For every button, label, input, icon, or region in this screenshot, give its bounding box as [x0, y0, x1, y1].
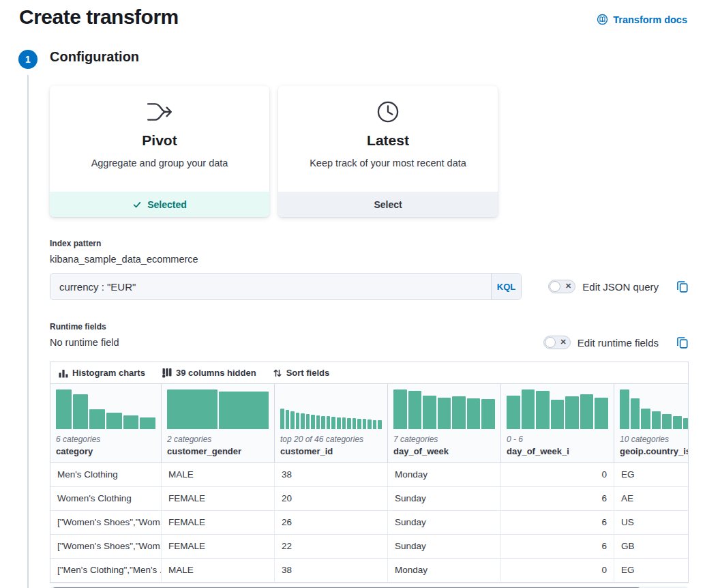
- table-cell[interactable]: 0: [501, 559, 614, 582]
- edit-json-query-label: Edit JSON query: [582, 281, 659, 293]
- pivot-selected-footer[interactable]: Selected: [50, 192, 269, 217]
- documentation-icon: [597, 14, 608, 25]
- histogram-customer_gender: [167, 389, 269, 429]
- table-cell[interactable]: 20: [275, 487, 388, 510]
- histogram-bar: [662, 414, 672, 429]
- histogram-geoip.country_iso_: [620, 389, 689, 429]
- runtime-fields-label: Runtime fields: [50, 322, 689, 332]
- columns-icon: [162, 368, 172, 378]
- histogram-bar: [106, 413, 122, 429]
- table-cell[interactable]: Women's Clothing: [50, 487, 162, 510]
- table-cell[interactable]: 6: [501, 535, 614, 558]
- table-cell[interactable]: ["Women's Shoes","Wom...: [50, 511, 162, 534]
- column-caption: 10 categories: [620, 435, 689, 444]
- pivot-card[interactable]: Pivot Aggregate and group your data Sele…: [50, 86, 269, 217]
- table-cell[interactable]: ["Women's Shoes","Wom...: [50, 535, 162, 558]
- histogram-charts-button[interactable]: Histogram charts: [59, 368, 145, 378]
- table-cell[interactable]: FEMALE: [162, 535, 275, 558]
- latest-card[interactable]: Latest Keep track of your most recent da…: [278, 86, 498, 217]
- table-cell[interactable]: US: [614, 511, 689, 534]
- histogram-bar: [652, 411, 661, 429]
- column-name: day_of_week_i: [507, 446, 608, 456]
- histogram-bar: [311, 415, 315, 429]
- histogram-bar: [167, 389, 217, 429]
- table-cell[interactable]: AE: [614, 487, 689, 510]
- table-cell[interactable]: 6: [501, 487, 614, 510]
- table-cell[interactable]: Monday: [388, 463, 501, 486]
- table-cell[interactable]: 26: [275, 511, 388, 534]
- copy-icon[interactable]: [676, 336, 689, 349]
- edit-json-query-toggle[interactable]: ✕: [548, 280, 575, 293]
- runtime-fields-value: No runtime field: [50, 337, 119, 348]
- table-cell[interactable]: FEMALE: [162, 487, 275, 510]
- table-cell[interactable]: GB: [614, 535, 689, 558]
- column-header-category[interactable]: 6 categoriescategory: [50, 384, 162, 462]
- data-grid-toolbar: Histogram charts 39 columns hidden: [50, 362, 688, 384]
- table-cell[interactable]: Sunday: [388, 487, 501, 510]
- table-cell[interactable]: Sunday: [388, 535, 501, 558]
- histogram-bar: [641, 409, 650, 429]
- histogram-bar: [522, 389, 535, 429]
- table-cell[interactable]: 6: [501, 511, 614, 534]
- histogram-bar: [296, 413, 300, 429]
- table-cell[interactable]: MALE: [162, 463, 275, 486]
- column-caption: 6 categories: [56, 435, 155, 444]
- columns-hidden-label: 39 columns hidden: [176, 368, 256, 378]
- column-header-geoip.country_iso_[interactable]: 10 categoriesgeoip.country_iso_: [614, 384, 689, 462]
- histogram-bar: [438, 398, 451, 429]
- column-name: day_of_week: [393, 446, 495, 456]
- table-cell[interactable]: Monday: [388, 559, 501, 582]
- histogram-bar: [481, 399, 495, 429]
- columns-hidden-button[interactable]: 39 columns hidden: [162, 368, 256, 378]
- column-name: category: [56, 446, 155, 456]
- column-header-day_of_week[interactable]: 7 categoriesday_of_week: [388, 384, 501, 462]
- table-cell[interactable]: MALE: [162, 559, 275, 582]
- latest-card-title: Latest: [367, 132, 409, 149]
- latest-select-button[interactable]: Select: [278, 192, 498, 217]
- edit-runtime-fields-label: Edit runtime fields: [578, 337, 659, 349]
- table-cell[interactable]: 0: [501, 463, 614, 486]
- table-cell[interactable]: Men's Clothing: [50, 463, 162, 486]
- toggle-off-x-icon: ✕: [565, 282, 571, 290]
- table-cell[interactable]: 38: [275, 463, 388, 486]
- histogram-bar: [219, 392, 269, 429]
- column-header-customer_id[interactable]: top 20 of 46 categoriescustomer_id: [275, 384, 388, 462]
- transform-docs-link[interactable]: Transform docs: [597, 14, 687, 25]
- histogram-bar: [337, 417, 341, 429]
- kql-search-input[interactable]: currency : "EUR" KQL: [50, 273, 522, 300]
- histogram-bar: [73, 394, 89, 429]
- histogram-bar: [536, 391, 550, 429]
- histogram-bar: [368, 420, 372, 429]
- table-cell[interactable]: FEMALE: [162, 511, 275, 534]
- kql-language-button[interactable]: KQL: [491, 274, 521, 299]
- page-title: Create transform: [19, 5, 179, 29]
- table-cell[interactable]: 38: [275, 559, 388, 582]
- histogram-bar: [363, 419, 367, 429]
- step-connector-line: [27, 75, 29, 588]
- histogram-category: [56, 389, 155, 429]
- column-header-day_of_week_i[interactable]: 0 - 6day_of_week_i: [501, 384, 614, 462]
- index-pattern-value: kibana_sample_data_ecommerce: [50, 254, 689, 265]
- pivot-footer-label: Selected: [147, 199, 187, 210]
- histogram-bar: [620, 389, 629, 429]
- table-cell[interactable]: 22: [275, 535, 388, 558]
- query-text: currency : "EUR": [50, 274, 491, 299]
- edit-runtime-fields-toggle[interactable]: ✕: [543, 336, 571, 349]
- histogram-bar: [301, 413, 305, 429]
- histogram-bar: [286, 410, 290, 429]
- column-name: customer_gender: [167, 446, 269, 456]
- histogram-bar: [631, 398, 640, 429]
- histogram-bar: [327, 416, 331, 429]
- histogram-bar: [683, 418, 689, 429]
- copy-icon[interactable]: [676, 280, 689, 293]
- histogram-day_of_week_i: [507, 389, 608, 429]
- pivot-card-body: Pivot Aggregate and group your data: [50, 86, 269, 192]
- column-header-customer_gender[interactable]: 2 categoriescustomer_gender: [162, 384, 275, 462]
- sort-fields-button[interactable]: Sort fields: [273, 368, 330, 378]
- table-cell[interactable]: EG: [614, 559, 689, 582]
- table-cell[interactable]: ["Men's Clothing","Men's ...: [50, 559, 162, 582]
- histogram-bar: [331, 417, 335, 429]
- table-cell[interactable]: Sunday: [388, 511, 501, 534]
- column-caption: top 20 of 46 categories: [280, 435, 382, 444]
- table-cell[interactable]: EG: [614, 463, 689, 486]
